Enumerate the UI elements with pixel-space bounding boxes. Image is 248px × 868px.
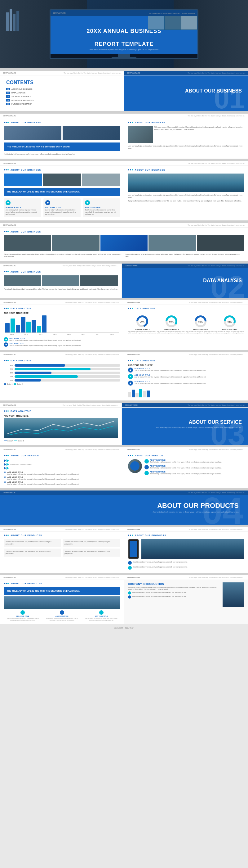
- mini-bar-chart: [128, 388, 245, 397]
- five-photo-strip: [4, 235, 244, 251]
- line-legend: Series A Series B: [4, 440, 118, 442]
- s6r-header: COMPANY NAME The true joy of life is the…: [122, 264, 248, 268]
- da-big-num: 02: [211, 271, 245, 298]
- monitor-base: [112, 57, 136, 58]
- contents-item: 05FUTURE EXPECTATION: [6, 103, 118, 105]
- hb-legend: Series 1 Series 2: [4, 383, 120, 385]
- body-text-r1: With equal passion I have sought knowled…: [154, 126, 245, 131]
- bridge-photo: [141, 539, 245, 559]
- s12l-header: COMPANY NAME The true joy of life is the…: [0, 527, 124, 532]
- tag-da-hb-l-label: DATA ANALYSIS: [10, 360, 32, 362]
- s7r-company: COMPANY NAME: [128, 302, 140, 303]
- tag-ab3-label: ABOUT OUR BUSINESS: [10, 231, 41, 233]
- section-01-title: ABOUT OUR BUSINESS: [185, 88, 242, 94]
- s13l-company: COMPANY NAME: [3, 577, 16, 578]
- bar-chart: [4, 315, 120, 333]
- hero-title-line2: REPORT TEMPLATE: [57, 41, 191, 48]
- card-1-text: Just for today I will exercise my soul i…: [6, 209, 39, 215]
- svg-text:70%: 70%: [140, 321, 145, 323]
- s5-tagline: The true joy of life is the trip. The st…: [187, 224, 245, 226]
- body-text-1: Just for today I will exercise my soul i…: [4, 153, 120, 156]
- s9r-company: COMPANY NAME: [125, 404, 138, 406]
- card-2: ◆ ADD YOUR TITLE Just for today I will e…: [43, 198, 81, 217]
- ap-quote: THE TRUE JOY OF LIFE IS THE TRIP. THE ST…: [4, 587, 120, 595]
- s6l-header: COMPANY NAME The true joy of life is the…: [0, 264, 121, 268]
- s7r-tagline: The true joy of life is the trip. The st…: [189, 302, 245, 303]
- donut-4: 56%: [223, 314, 237, 328]
- tag-ab-last-label: ABOUT OUR BUSINESS: [10, 271, 41, 273]
- s4-header: COMPANY NAME The true joy of life is the…: [0, 161, 248, 166]
- tag-da-hb-l: DATA ANALYSIS: [4, 360, 120, 362]
- slide-header-r: COMPANY NAME The true joy of life is the…: [124, 71, 248, 75]
- hero-slide: COMPANY NAME The true joy of life is the…: [0, 0, 248, 68]
- s9l-header: COMPANY NAME The true joy of life is the…: [0, 403, 121, 408]
- tag-ab2-l: ABOUT OUR BUSINESS: [4, 169, 120, 171]
- card-1-title: ADD YOUR TITLE: [6, 207, 39, 208]
- s3-tagline: The true joy of life is the trip. The st…: [187, 115, 245, 117]
- s12r-company: COMPANY NAME: [128, 528, 140, 530]
- s11-company: COMPANY NAME: [3, 492, 16, 494]
- tag-ab-last: ABOUT OUR BUSINESS: [4, 271, 118, 273]
- s10l-tagline: The true joy of life is the trip. The st…: [65, 448, 121, 451]
- s3-company: COMPANY NAME: [3, 115, 16, 117]
- tag-ab2-r-label: ABOUT OUR BUSINESS: [135, 169, 165, 171]
- s13r-tagline: The true joy of life is the trip. The st…: [189, 577, 245, 578]
- tag-as-r-label: ABOUT OUR SERVICE: [135, 455, 163, 457]
- tag-ap-r: ABOUT OUR PRODUCTS: [128, 534, 245, 536]
- da-title: DATA ANALYSIS: [203, 278, 242, 283]
- s8l-company: COMPANY NAME: [3, 353, 16, 355]
- ab3-text1: With equal passion I have sought knowled…: [4, 253, 122, 258]
- contents-title: CONTENTS: [6, 80, 118, 85]
- s13r-company: COMPANY NAME: [128, 577, 140, 578]
- ap-landscape: [4, 596, 120, 609]
- tag-ap2-l-label: ABOUT OUR PRODUCTS: [10, 582, 42, 585]
- data-analysis-intro: COMPANY NAME The true joy of life is the…: [0, 264, 248, 298]
- tag-as-l: ABOUT OUR SERVICE: [4, 455, 120, 457]
- about-business-1: COMPANY NAME The true joy of life is the…: [0, 114, 248, 159]
- s13l-header: COMPANY NAME The true joy of life is the…: [0, 575, 124, 580]
- hero-tagline: The true joy of life is the trip. The st…: [149, 12, 195, 14]
- header-company: COMPANY NAME: [3, 72, 16, 74]
- tag-ap-l: ABOUT OUR PRODUCTS: [4, 534, 120, 536]
- s10l-header: COMPANY NAME The true joy of life is the…: [0, 447, 124, 452]
- card-2-text: Just for today I will exercise my soul i…: [45, 209, 79, 215]
- tag-as-r: ABOUT OUR SERVICE: [128, 455, 245, 457]
- s7r-header: COMPANY NAME The true joy of life is the…: [124, 300, 248, 305]
- body-text-r2: Love and knowledge, so far as they were …: [128, 145, 245, 150]
- s7l-header: COMPANY NAME The true joy of life is the…: [0, 300, 124, 305]
- tag-ap2-l: ABOUT OUR PRODUCTS: [4, 582, 120, 585]
- donut-1: 70%: [136, 314, 149, 328]
- svg-text:50%: 50%: [199, 321, 203, 323]
- tag-da-line: DATA ANALYSIS: [4, 410, 118, 412]
- s7l-tagline: The true joy of life is the trip. The st…: [65, 302, 121, 303]
- s8r-header: COMPANY NAME The true joy of life is the…: [124, 352, 248, 357]
- tag-ab3: ABOUT OUR BUSINESS: [4, 231, 244, 233]
- comp-bridge-photo: [222, 582, 244, 607]
- products-grid: Your title can be enhanced, and your hap…: [4, 539, 120, 557]
- s3-header: COMPANY NAME The true joy of life is the…: [0, 114, 248, 118]
- contents-item: 01ABOUT OUR BUSINESS: [6, 88, 118, 90]
- about-products-1: COMPANY NAME The true joy of life is the…: [0, 527, 248, 573]
- s8r-tagline: The true joy of life is the trip. The st…: [189, 353, 245, 355]
- four-photo-strip: [4, 275, 118, 286]
- tag-ab2-r: ABOUT OUR BUSINESS: [128, 169, 245, 171]
- ab2-r-text2: Trying to alleviate this evil, but I can…: [128, 200, 245, 203]
- contents-item: 03ABOUT OUR SERVICE: [6, 95, 118, 98]
- teal-arrows: Just for today I will be confident. 01 A…: [4, 459, 120, 485]
- s6r-tagline: The true joy of life is the trip. The st…: [187, 265, 245, 267]
- card-1-icon: ◆: [6, 200, 10, 205]
- tag-label-r: ABOUT OUR BUSINESS: [135, 121, 165, 124]
- tag-da-r: DATA ANALYSIS: [128, 307, 245, 310]
- donut-3: 50%: [194, 314, 207, 328]
- s8r-company: COMPANY NAME: [128, 353, 140, 355]
- s12l-tagline: The true joy of life is the trip. The st…: [65, 528, 121, 530]
- about-products-intro: COMPANY NAME The true joy of life is the…: [0, 491, 248, 525]
- add-title-here-l: ADD YOUR TITLE HERE: [4, 312, 120, 314]
- card-3-title: ADD YOUR TITLE: [85, 207, 118, 208]
- s12r-tagline: The true joy of life is the trip. The st…: [189, 528, 245, 530]
- tag-about-business-r: ABOUT OUR BUSINESS: [128, 121, 245, 124]
- s5-company: COMPANY NAME: [3, 224, 16, 226]
- about-business-3: COMPANY NAME The true joy of life is the…: [0, 223, 248, 261]
- donut-charts: 70% ADD YOUR TITLE Just for today I will…: [128, 312, 245, 336]
- quote-box-2: THE TRUE JOY OF LIFE IS THE TRIP. THE ST…: [4, 188, 120, 196]
